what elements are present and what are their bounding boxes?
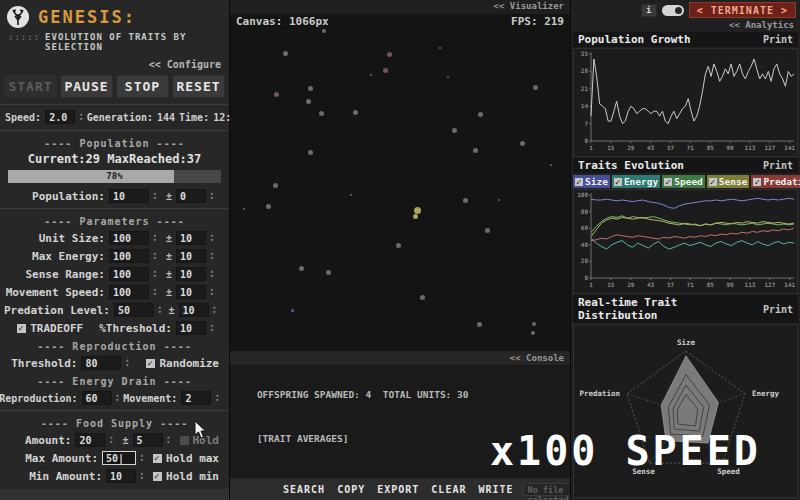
parameter-value-field[interactable]: 100 — [109, 285, 149, 299]
parameter-value-stepper[interactable] — [153, 251, 162, 261]
analytics-collapse[interactable]: << Analytics — [571, 20, 800, 31]
parameter-delta-field[interactable]: 10 — [176, 285, 206, 299]
food-max-value: 50 — [106, 453, 118, 464]
legend-chip[interactable]: Speed — [662, 175, 705, 188]
food-amount-delta-stepper[interactable] — [167, 435, 176, 445]
parameter-delta-field[interactable]: 10 — [176, 267, 206, 281]
svg-text:113: 113 — [745, 281, 756, 288]
print-button[interactable]: Print — [763, 34, 793, 45]
parameter-delta-stepper[interactable] — [210, 269, 219, 279]
population-section-header: ---- Population ---- — [0, 134, 229, 151]
parameter-delta-stepper[interactable] — [210, 251, 219, 261]
repro-threshold-field[interactable]: 80 — [81, 356, 121, 370]
terminate-button[interactable]: < TERMINATE > — [689, 2, 796, 18]
threshold-pct-stepper[interactable] — [210, 323, 219, 333]
print-button[interactable]: Print — [763, 304, 793, 315]
speed-stepper[interactable] — [79, 112, 83, 122]
parameter-label: Predation Level: — [4, 304, 110, 317]
configure-collapse[interactable]: << Configure — [0, 56, 229, 72]
parameter-delta-field[interactable]: 10 — [176, 249, 206, 263]
tradeoff-checkbox[interactable] — [17, 324, 26, 333]
svg-text:14: 14 — [581, 102, 589, 109]
hold-min-label: Hold min — [166, 470, 219, 483]
parameter-value-field[interactable]: 100 — [109, 231, 149, 245]
parameter-delta-field[interactable]: 10 — [179, 303, 209, 317]
parameter-value-stepper[interactable] — [158, 305, 165, 315]
traits-evolution-svg: 020406080100115294357718599113127141 — [574, 190, 798, 289]
food-amount-field[interactable]: 20 — [75, 433, 105, 447]
drain-repro-stepper[interactable] — [116, 393, 120, 403]
speed-field[interactable]: 2.0 — [45, 110, 75, 124]
parameter-delta-stepper[interactable] — [210, 233, 219, 243]
organism-dot — [531, 331, 535, 335]
hold-min-checkbox[interactable] — [153, 472, 162, 481]
stop-button[interactable]: STOP — [116, 75, 169, 98]
svg-text:85: 85 — [707, 144, 715, 151]
drain-movement-field[interactable]: 2 — [181, 391, 211, 405]
start-button[interactable]: START — [4, 75, 57, 98]
parameter-delta-stepper[interactable] — [210, 287, 219, 297]
generation-label: Generation: — [87, 112, 153, 123]
parameter-row: Sense Range: 100 ± 10 — [0, 265, 229, 283]
legend-chip[interactable]: Energy — [612, 175, 660, 188]
reset-button[interactable]: RESET — [172, 75, 225, 98]
info-button[interactable]: i — [641, 4, 657, 17]
parameter-value-stepper[interactable] — [153, 287, 162, 297]
parameter-value-field[interactable]: 100 — [109, 267, 149, 281]
visualizer-collapse[interactable]: << Visualizer — [230, 0, 570, 14]
parameter-delta-stepper[interactable] — [213, 305, 220, 315]
organism-dot — [383, 68, 388, 73]
legend-chip[interactable]: Predation — [751, 175, 800, 188]
copy-button[interactable]: COPY — [334, 482, 368, 497]
food-max-stepper[interactable] — [140, 453, 149, 463]
population-progress-label: 78% — [8, 170, 221, 183]
population-growth-header: Population Growth Print — [573, 32, 798, 47]
hold-checkbox[interactable] — [180, 436, 189, 445]
hold-max-checkbox[interactable] — [153, 454, 162, 463]
pause-button[interactable]: PAUSE — [60, 75, 113, 98]
food-amount-stepper[interactable] — [109, 435, 118, 445]
legend-checkbox[interactable] — [709, 178, 717, 186]
parameter-value-field[interactable]: 50 — [114, 303, 154, 317]
power-toggle[interactable] — [662, 5, 684, 16]
organism-dot — [243, 208, 245, 210]
parameter-value-stepper[interactable] — [153, 233, 162, 243]
legend-chip[interactable]: Sense — [707, 175, 750, 188]
food-min-field[interactable]: 10 — [106, 469, 136, 483]
food-min-stepper[interactable] — [140, 471, 149, 481]
parameter-delta-field[interactable]: 10 — [176, 231, 206, 245]
threshold-pct-field[interactable]: 10 — [176, 321, 206, 335]
svg-text:100: 100 — [577, 191, 588, 198]
legend-checkbox[interactable] — [664, 178, 672, 186]
organism-dot — [353, 110, 358, 115]
organism-dot — [452, 128, 457, 133]
randomize-checkbox[interactable] — [146, 359, 155, 368]
population-field[interactable]: 10 — [109, 189, 149, 203]
population-stepper[interactable] — [153, 191, 162, 201]
simulation-canvas[interactable]: Canvas: 1066px FPS: 219 — [230, 14, 570, 352]
organism-dot — [413, 214, 418, 219]
legend-checkbox[interactable] — [575, 178, 583, 186]
legend-chip[interactable]: Size — [573, 175, 610, 188]
drain-movement-stepper[interactable] — [215, 393, 219, 403]
legend-checkbox[interactable] — [614, 178, 622, 186]
console-collapse[interactable]: << Console — [230, 352, 570, 365]
food-max-input[interactable]: 50| — [102, 451, 136, 465]
parameter-value-field[interactable]: 100 — [109, 249, 149, 263]
console-toolbar: SEARCH COPY EXPORT CLEAR WRITE No file s… — [230, 477, 570, 500]
parameter-value-stepper[interactable] — [153, 269, 162, 279]
organism-dot — [477, 322, 482, 327]
clear-button[interactable]: CLEAR — [428, 482, 469, 497]
search-button[interactable]: SEARCH — [280, 482, 328, 497]
population-delta-stepper[interactable] — [210, 191, 219, 201]
drain-repro-field[interactable]: 60 — [82, 391, 112, 405]
export-button[interactable]: EXPORT — [374, 482, 422, 497]
organism-dot — [319, 111, 324, 116]
reproduction-row: Threshold: 80 Randomize — [0, 354, 229, 372]
write-button[interactable]: WRITE — [475, 482, 516, 497]
legend-checkbox[interactable] — [753, 178, 761, 186]
food-amount-delta-field[interactable]: 5 — [133, 433, 163, 447]
repro-threshold-stepper[interactable] — [125, 358, 134, 368]
print-button[interactable]: Print — [763, 160, 793, 171]
population-delta-field[interactable]: 0 — [176, 189, 206, 203]
